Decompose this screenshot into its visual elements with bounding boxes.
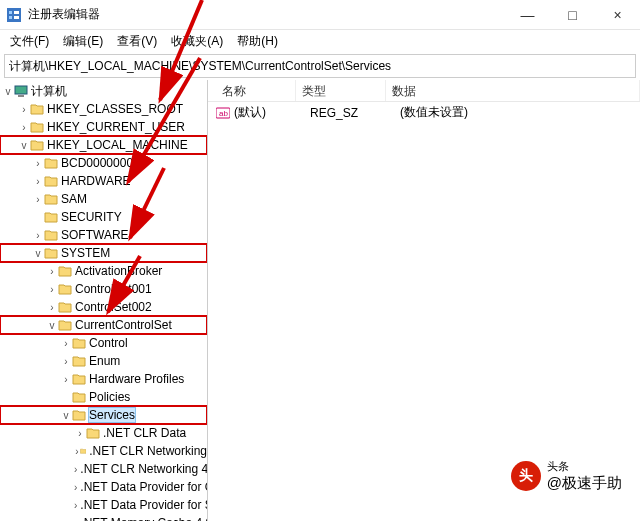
tree-item[interactable]: ›Control — [0, 334, 207, 352]
tree-item-label: Services — [89, 408, 135, 422]
expand-icon[interactable]: › — [60, 374, 72, 385]
column-data[interactable]: 数据 — [386, 80, 640, 101]
expand-icon[interactable]: › — [74, 518, 77, 522]
menu-edit[interactable]: 编辑(E) — [57, 31, 109, 52]
tree-item-label: HKEY_CURRENT_USER — [47, 120, 185, 134]
svg-text:ab: ab — [219, 109, 228, 118]
tree-item[interactable]: ›ControlSet001 — [0, 280, 207, 298]
expand-icon[interactable]: › — [74, 500, 77, 511]
tree-item[interactable]: ›BCD00000000 — [0, 154, 207, 172]
tree-item[interactable]: vSYSTEM — [0, 244, 207, 262]
watermark: 头 头条 @极速手助 — [511, 459, 622, 493]
watermark-user: @极速手助 — [547, 474, 622, 493]
expand-icon[interactable]: › — [46, 284, 58, 295]
tree-item-label: CurrentControlSet — [75, 318, 172, 332]
tree-item-label: ControlSet002 — [75, 300, 152, 314]
tree-item-label: .NET CLR Networking 4.0 — [80, 462, 208, 476]
expand-icon[interactable]: v — [18, 140, 30, 151]
value-data: (数值未设置) — [400, 104, 632, 121]
expand-icon[interactable]: › — [32, 158, 44, 169]
tree-item[interactable]: SECURITY — [0, 208, 207, 226]
svg-rect-6 — [18, 95, 24, 97]
tree-item[interactable]: vHKEY_LOCAL_MACHINE — [0, 136, 207, 154]
expand-icon[interactable]: › — [60, 356, 72, 367]
tree-item-label: Hardware Profiles — [89, 372, 184, 386]
tree-item[interactable]: vServices — [0, 406, 207, 424]
tree-item-label: SECURITY — [61, 210, 122, 224]
maximize-button[interactable]: □ — [550, 0, 595, 29]
list-pane: 名称 类型 数据 ab (默认) REG_SZ (数值未设置) — [208, 80, 640, 521]
menu-file[interactable]: 文件(F) — [4, 31, 55, 52]
tree-item[interactable]: ›HARDWARE — [0, 172, 207, 190]
tree-item-label: .NET Memory Cache 4.0 — [80, 516, 208, 521]
tree-item[interactable]: ›.NET CLR Networking 4.0 — [0, 460, 207, 478]
expand-icon[interactable]: › — [74, 464, 77, 475]
expand-icon[interactable]: › — [18, 122, 30, 133]
tree-item-label: HKEY_LOCAL_MACHINE — [47, 138, 188, 152]
watermark-brand: 头条 — [547, 459, 622, 474]
tree-item-label: SAM — [61, 192, 87, 206]
tree-item-label: HARDWARE — [61, 174, 131, 188]
menu-view[interactable]: 查看(V) — [111, 31, 163, 52]
tree-item[interactable]: ›SAM — [0, 190, 207, 208]
address-bar[interactable]: 计算机\HKEY_LOCAL_MACHINE\SYSTEM\CurrentCon… — [4, 54, 636, 78]
tree-item-label: .NET CLR Networking — [89, 444, 207, 458]
expand-icon[interactable]: v — [46, 320, 58, 331]
value-row[interactable]: ab (默认) REG_SZ (数值未设置) — [208, 102, 640, 123]
expand-icon[interactable]: v — [60, 410, 72, 421]
expand-icon[interactable]: › — [32, 176, 44, 187]
minimize-button[interactable]: — — [505, 0, 550, 29]
expand-icon[interactable]: › — [46, 266, 58, 277]
tree-item[interactable]: ›Hardware Profiles — [0, 370, 207, 388]
tree-item-label: SOFTWARE — [61, 228, 129, 242]
window-title: 注册表编辑器 — [28, 6, 505, 23]
tree-item[interactable]: ›HKEY_CLASSES_ROOT — [0, 100, 207, 118]
tree-item[interactable]: ›.NET CLR Data — [0, 424, 207, 442]
tree-item[interactable]: ›SOFTWARE — [0, 226, 207, 244]
tree-item[interactable]: ›Enum — [0, 352, 207, 370]
menu-help[interactable]: 帮助(H) — [231, 31, 284, 52]
svg-rect-2 — [9, 16, 12, 19]
window-titlebar: 注册表编辑器 — □ × — [0, 0, 640, 30]
menu-favorites[interactable]: 收藏夹(A) — [165, 31, 229, 52]
tree-item[interactable]: ›.NET CLR Networking — [0, 442, 207, 460]
tree-item[interactable]: ›.NET Memory Cache 4.0 — [0, 514, 207, 521]
expand-icon[interactable]: › — [74, 482, 77, 493]
tree-item-label: BCD00000000 — [61, 156, 140, 170]
tree-item-label: .NET Data Provider for O — [80, 480, 208, 494]
tree-item-label: Control — [89, 336, 128, 350]
string-value-icon: ab — [216, 106, 230, 120]
expand-icon[interactable]: › — [32, 194, 44, 205]
svg-rect-4 — [14, 16, 19, 19]
value-name: (默认) — [234, 104, 310, 121]
tree-item[interactable]: ›ControlSet002 — [0, 298, 207, 316]
expand-icon[interactable]: › — [46, 302, 58, 313]
expand-icon[interactable]: v — [32, 248, 44, 259]
svg-rect-1 — [9, 11, 12, 14]
tree-item[interactable]: ›.NET Data Provider for O — [0, 478, 207, 496]
close-button[interactable]: × — [595, 0, 640, 29]
tree-item[interactable]: ›HKEY_CURRENT_USER — [0, 118, 207, 136]
address-text: 计算机\HKEY_LOCAL_MACHINE\SYSTEM\CurrentCon… — [9, 58, 391, 75]
tree-item-label: .NET Data Provider for S — [80, 498, 208, 512]
value-type: REG_SZ — [310, 106, 400, 120]
app-icon — [6, 7, 22, 23]
svg-rect-5 — [15, 86, 27, 94]
tree-item-label: .NET CLR Data — [103, 426, 186, 440]
menubar: 文件(F) 编辑(E) 查看(V) 收藏夹(A) 帮助(H) — [0, 30, 640, 52]
column-type[interactable]: 类型 — [296, 80, 386, 101]
svg-rect-3 — [14, 11, 19, 14]
expand-icon[interactable]: › — [32, 230, 44, 241]
tree-item[interactable]: ›ActivationBroker — [0, 262, 207, 280]
expand-icon[interactable]: › — [74, 428, 86, 439]
tree-root[interactable]: v计算机 — [0, 82, 207, 100]
tree-pane[interactable]: v计算机›HKEY_CLASSES_ROOT›HKEY_CURRENT_USER… — [0, 80, 208, 521]
tree-item[interactable]: vCurrentControlSet — [0, 316, 207, 334]
tree-item[interactable]: Policies — [0, 388, 207, 406]
expand-icon[interactable]: › — [18, 104, 30, 115]
tree-root-label: 计算机 — [31, 83, 67, 100]
tree-item-label: HKEY_CLASSES_ROOT — [47, 102, 183, 116]
column-name[interactable]: 名称 — [216, 80, 296, 101]
tree-item[interactable]: ›.NET Data Provider for S — [0, 496, 207, 514]
expand-icon[interactable]: › — [60, 338, 72, 349]
